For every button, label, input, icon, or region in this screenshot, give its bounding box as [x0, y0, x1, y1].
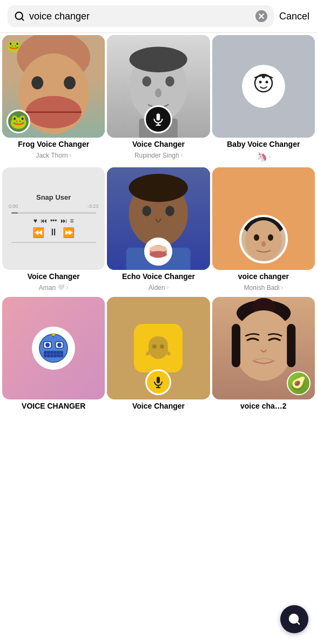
item-title: Baby Voice Changer: [225, 140, 302, 150]
svg-point-51: [152, 344, 157, 349]
list-item[interactable]: Voice Changer: [107, 297, 210, 417]
chevron-icon: ›: [281, 284, 283, 290]
item-title: Echo Voice Changer: [120, 272, 197, 282]
svg-point-22: [262, 75, 265, 78]
list-item[interactable]: Baby Voice Changer 🦄 ›: [212, 35, 315, 165]
svg-point-41: [57, 343, 62, 347]
item-title: VOICE CHANGER: [19, 402, 87, 411]
svg-point-13: [166, 76, 175, 86]
svg-point-7: [64, 76, 76, 89]
svg-rect-16: [157, 113, 160, 120]
svg-point-20: [259, 81, 261, 84]
svg-point-40: [45, 343, 50, 347]
list-item[interactable]: Snap User 0:00-3:23 ♥ ⏮ ••• ⏭ ≡ ⏪ ⏸: [2, 167, 105, 295]
playback-controls: ⏪ ⏸ ⏩: [32, 227, 75, 239]
svg-point-58: [234, 310, 293, 381]
search-icon: [14, 11, 25, 22]
svg-point-34: [254, 234, 259, 241]
robot-icon: [32, 327, 75, 370]
unicorn-icon: 🦄: [257, 152, 267, 162]
svg-point-28: [166, 206, 175, 216]
clear-button[interactable]: [255, 10, 267, 22]
search-bar: Cancel: [0, 0, 317, 33]
snap-progress: 0:00-3:23: [6, 204, 100, 209]
bottom-search-button[interactable]: [280, 605, 308, 633]
progress-bar-2: [11, 242, 96, 243]
snap-mic-badge: [145, 369, 171, 395]
svg-point-15: [130, 46, 187, 72]
item-title: Voice Changer: [130, 140, 187, 150]
search-input-wrapper: [8, 5, 274, 27]
thumbnail: [107, 35, 210, 138]
list-item[interactable]: 🐸🐸🐸🐸 🐸: [2, 35, 105, 165]
item-title: voice changer: [236, 272, 291, 282]
thumbnail: [212, 35, 315, 138]
avocado-badge: 🥑: [287, 371, 311, 395]
svg-point-36: [261, 241, 266, 247]
svg-point-12: [143, 76, 152, 86]
snap-card: Snap User 0:00-3:23 ♥ ⏮ ••• ⏭ ≡ ⏪ ⏸: [2, 167, 105, 270]
thumbnail: 🐸🐸🐸🐸 🐸: [2, 35, 105, 138]
svg-point-52: [160, 344, 164, 349]
item-author: Aiden ›: [149, 284, 168, 295]
thumbnail: [212, 167, 315, 270]
thumbnail: 🥑: [212, 297, 315, 399]
list-item[interactable]: VOICE CHANGER: [2, 297, 105, 417]
svg-point-14: [156, 89, 162, 98]
svg-point-27: [143, 206, 152, 216]
thumbnail: [2, 297, 105, 399]
svg-point-26: [129, 174, 188, 202]
thumbnail: Snap User 0:00-3:23 ♥ ⏮ ••• ⏭ ≡ ⏪ ⏸: [2, 167, 105, 270]
list-item[interactable]: voice changer Monish Badi ›: [212, 167, 315, 295]
results-grid: 🐸🐸🐸🐸 🐸: [0, 33, 317, 418]
chevron-icon: ›: [269, 154, 271, 160]
heart-icon: 🤍: [57, 284, 65, 291]
item-title: Voice Changer: [130, 402, 187, 411]
item-author: Aman 🤍 ›: [39, 284, 69, 295]
svg-point-35: [268, 234, 273, 241]
item-author: Monish Badi ›: [244, 284, 283, 295]
cancel-button[interactable]: Cancel: [279, 11, 309, 22]
svg-rect-59: [232, 324, 240, 367]
list-item[interactable]: Voice Changer Rupinder Singh ›: [107, 35, 210, 165]
item-author: 🦄 ›: [257, 152, 271, 165]
list-item[interactable]: 🥑 voice cha…2: [212, 297, 315, 417]
chevron-icon: ›: [181, 152, 183, 158]
svg-point-31: [150, 251, 167, 257]
svg-rect-60: [287, 324, 295, 367]
search-input[interactable]: [29, 11, 251, 22]
thumbnail: [107, 167, 210, 270]
svg-point-33: [245, 220, 282, 261]
mouth-badge: [144, 238, 172, 266]
svg-line-62: [297, 622, 299, 624]
circle-portrait: [239, 215, 288, 263]
chevron-icon: ›: [167, 284, 168, 290]
snap-username: Snap User: [36, 193, 71, 201]
item-title: Voice Changer: [25, 272, 82, 282]
item-title: Frog Voice Changer: [16, 140, 91, 150]
frog-avatar: 🐸: [6, 110, 30, 133]
svg-point-6: [31, 76, 43, 89]
svg-rect-53: [157, 377, 160, 383]
snap-controls: ♥ ⏮ ••• ⏭ ≡: [33, 217, 74, 225]
chevron-icon: ›: [66, 284, 68, 290]
svg-point-21: [265, 81, 268, 84]
list-item[interactable]: Echo Voice Changer Aiden ›: [107, 167, 210, 295]
item-title: voice cha…2: [238, 402, 289, 411]
mic-badge: [144, 105, 172, 133]
item-author: Jack Thorn ›: [36, 152, 71, 162]
baby-icon: [242, 65, 285, 108]
thumbnail: [107, 297, 210, 399]
chevron-icon: ›: [70, 152, 71, 158]
svg-line-1: [22, 18, 24, 21]
item-author: Rupinder Singh ›: [134, 152, 183, 162]
snapcode-square: [134, 324, 183, 372]
